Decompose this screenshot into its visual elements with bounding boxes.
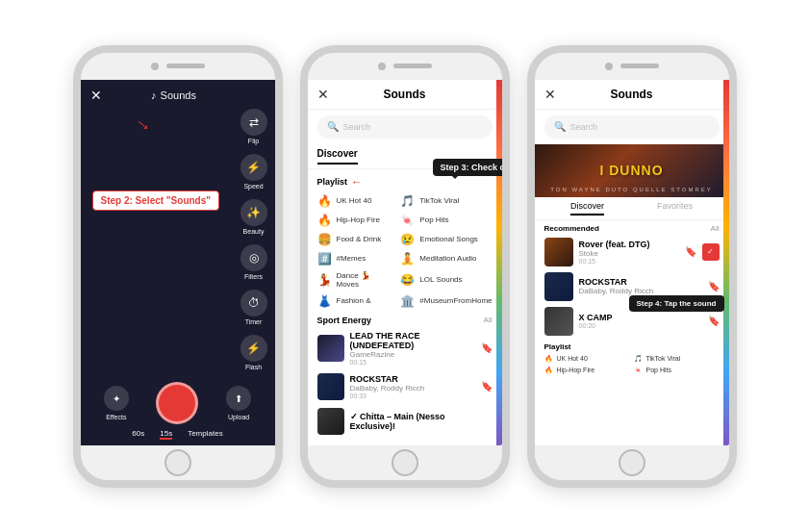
favorites-tab-3[interactable]: Favorites [657, 201, 693, 215]
recommended-header: Recommended All [535, 220, 729, 235]
templates-option[interactable]: Templates [188, 429, 222, 440]
song-thumb-rover [544, 238, 573, 266]
song-name-rockstar: ROCKSTAR [350, 374, 475, 384]
playlist-item3-tiktokViral[interactable]: 🎵 TikTok Viral [634, 355, 720, 363]
discover-tab-2[interactable]: Discover [317, 148, 358, 165]
effects-button[interactable]: ✦ Effects [104, 386, 129, 420]
song-item-rockstar-3[interactable]: ROCKSTAR DaBaby, Roddy Ricch 🔖 Step 4: T… [535, 269, 729, 304]
flash-icon: ⚡ [240, 335, 267, 362]
timer-label: Timer [245, 318, 263, 325]
playlist-item-popHits[interactable]: 🍬 Pop Hits [400, 214, 492, 227]
search-bar-2[interactable]: 🔍 Search [317, 115, 493, 139]
song-name-chitta: ✓ Chitta – Main (Nesso Exclusive)! [350, 412, 493, 431]
playlist-item3-ukHot40[interactable]: 🔥 UK Hot 40 [544, 355, 630, 363]
song-duration-leadTheRace: 00:15 [350, 359, 475, 366]
phone-1-speaker [166, 63, 205, 68]
meditationAudio-emoji: 🧘 [400, 252, 415, 266]
recommended-label: Recommended [544, 224, 599, 233]
bookmark-rover[interactable]: 🔖 [685, 246, 696, 257]
song-thumb-rockstar [317, 373, 344, 400]
phone-1: ✕ ♪ Sounds ⇄ Flip ⚡ Speed ✨ [73, 45, 283, 488]
bookmark-rockstar-3[interactable]: 🔖 [708, 281, 720, 291]
step2-label: Step 2: Select "Sounds" [92, 190, 220, 211]
60s-option[interactable]: 60s [132, 429, 144, 440]
song-item-leadTheRace[interactable]: LEAD THE RACE (UNDEFEATED) GameRazine 00… [308, 327, 502, 369]
filters-button[interactable]: ◎ Filters [240, 244, 267, 280]
playlist-item-foodDrink[interactable]: 🍔 Food & Drink [317, 233, 395, 246]
playlist-item-fashion[interactable]: 👗 Fashion & [317, 294, 395, 308]
song-thumb-leadTheRace [317, 335, 344, 362]
playlist-item-danceMoves[interactable]: 💃 Dance 💃 Moves [317, 271, 395, 289]
playlist-item-ukHot40[interactable]: 🔥 UK Hot 40 [317, 194, 395, 208]
phone-1-top-bar [81, 53, 275, 80]
search-bar-3[interactable]: 🔍 Search [544, 115, 720, 139]
timer-icon: ⏱ [240, 290, 267, 317]
phone-2-home-button[interactable] [392, 449, 418, 476]
recording-bottom: ✦ Effects ⬆ Upload 60s 15s Templates [81, 378, 275, 445]
playlist-item-museum[interactable]: 🏛️ #MuseumFromHome [400, 294, 492, 308]
song-info-rover: Rover (feat. DTG) Stoke 00:15 [579, 240, 679, 265]
side-color-bar-2 [496, 80, 502, 445]
idunno-text: I DUNNO [599, 163, 663, 178]
phone-1-bottom-bar [81, 445, 275, 480]
lolSounds-label: LOL Sounds [419, 275, 462, 284]
phone-3-screen: ✕ Sounds 🔍 Search I DUNNO TON WAYNE DUTO… [535, 80, 729, 445]
sport-energy-header: Sport Energy All [308, 312, 502, 327]
speed-button[interactable]: ⚡ Speed [240, 154, 267, 190]
flash-button[interactable]: ⚡ Flash [240, 335, 267, 370]
flip-label: Flip [248, 138, 259, 144]
danceMoves-emoji: 💃 [317, 273, 332, 287]
playlist-item3-hipHopFire[interactable]: 🔥 Hip-Hop Fire [544, 367, 630, 374]
phone-1-screen: ✕ ♪ Sounds ⇄ Flip ⚡ Speed ✨ [81, 80, 275, 445]
memes-label: #Memes [337, 254, 367, 263]
timer-button[interactable]: ⏱ Timer [240, 290, 267, 325]
search-placeholder-3: Search [570, 122, 598, 132]
speed-icon: ⚡ [240, 154, 267, 181]
sounds-close-2[interactable]: ✕ [317, 87, 329, 102]
15s-option[interactable]: 15s [160, 429, 172, 440]
song-item-rockstar[interactable]: ROCKSTAR DaBaby, Roddy Ricch 00:33 🔖 [308, 369, 502, 404]
playlist-item-hipHopFire[interactable]: 🔥 Hip-Hop Fire [317, 214, 395, 227]
sounds-header-2: ✕ Sounds [308, 80, 502, 110]
flip-button[interactable]: ⇄ Flip [240, 109, 267, 144]
playlist-item-emotionalSongs[interactable]: 😢 Emotional Songs [400, 233, 492, 246]
song-name-leadTheRace: LEAD THE RACE (UNDEFEATED) [350, 331, 475, 350]
bookmark-rockstar[interactable]: 🔖 [481, 381, 493, 392]
playlist-item-lolSounds[interactable]: 😂 LOL Sounds [400, 271, 492, 289]
song-item-chitta[interactable]: ✓ Chitta – Main (Nesso Exclusive)! [308, 404, 502, 439]
beauty-button[interactable]: ✨ Beauty [240, 199, 267, 235]
pl3-hipHopFire-emoji: 🔥 [544, 367, 553, 374]
upload-button[interactable]: ⬆ Upload [226, 386, 251, 420]
playlist-item-meditationAudio[interactable]: 🧘 Meditation Audio [400, 252, 492, 266]
record-button[interactable] [156, 382, 198, 424]
discover-tab-3[interactable]: Discover [570, 201, 604, 215]
phone-3-home-button[interactable] [619, 449, 645, 476]
popHits-emoji: 🍬 [400, 214, 415, 227]
bookmark-leadTheRace[interactable]: 🔖 [481, 342, 493, 353]
idunno-sub: TON WAYNE DUTO QUELLE STOMREY [550, 187, 713, 192]
sounds-close-3[interactable]: ✕ [544, 87, 556, 102]
song-duration-rockstar: 00:33 [350, 393, 475, 399]
bookmark-xcamp[interactable]: 🔖 [708, 316, 720, 326]
phone-1-home-button[interactable] [164, 449, 191, 476]
upload-icon: ⬆ [226, 386, 251, 411]
phone-2-bottom-bar [308, 445, 502, 480]
hipHopFire-label: Hip-Hop Fire [337, 215, 380, 224]
music-note-icon: ♪ [151, 89, 157, 101]
song-name-xcamp: X CAMP [579, 313, 702, 322]
playlist-item3-popHits[interactable]: 🍬 Pop Hits [634, 367, 720, 374]
phone-2-screen: ✕ Sounds 🔍 Search Discover Playlist ← 🔥 [308, 80, 502, 445]
timer-bar: 60s 15s Templates [81, 429, 275, 445]
right-icons-panel: ⇄ Flip ⚡ Speed ✨ Beauty ◎ Filters ⏱ Ti [240, 109, 267, 370]
effects-label: Effects [106, 414, 126, 420]
recommended-all: All [711, 224, 720, 233]
phone-2: ✕ Sounds 🔍 Search Discover Playlist ← 🔥 [300, 45, 510, 488]
sounds-label[interactable]: ♪ Sounds [151, 89, 196, 101]
close-icon[interactable]: ✕ [90, 88, 102, 103]
playlist-item-memes[interactable]: #️⃣ #Memes [317, 252, 395, 266]
phone-1-camera [151, 63, 159, 70]
playlist-item-tiktokViral[interactable]: 🎵 TikTok Viral [400, 194, 492, 208]
song-item-rover[interactable]: Rover (feat. DTG) Stoke 00:15 🔖 ✓ [535, 235, 729, 269]
pl3-hipHopFire-label: Hip-Hop Fire [557, 367, 595, 373]
song-info-rockstar: ROCKSTAR DaBaby, Roddy Ricch 00:33 [350, 374, 475, 399]
